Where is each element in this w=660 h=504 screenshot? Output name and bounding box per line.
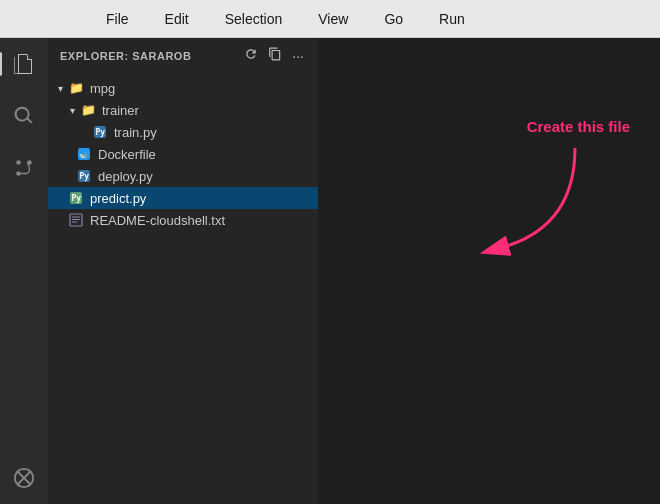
expand-arrow-trainer: ▾	[64, 105, 80, 116]
source-control-activity-icon[interactable]	[6, 150, 42, 186]
svg-text:Py: Py	[72, 194, 82, 203]
python-icon-predict: Py	[68, 190, 84, 206]
more-actions-icon[interactable]: ···	[290, 46, 306, 66]
explorer-activity-icon[interactable]	[6, 46, 42, 82]
annotation-arrow	[480, 138, 600, 268]
python-icon-train: Py	[92, 124, 108, 140]
tree-item-readme[interactable]: README-cloudshell.txt	[48, 209, 318, 231]
svg-point-2	[16, 160, 21, 165]
explorer-title: EXPLORER: SARAROB	[60, 50, 191, 62]
extensions-activity-icon[interactable]	[6, 460, 42, 496]
docker-icon-dockerfile: 🐋	[76, 146, 92, 162]
explorer-panel: EXPLORER: SARAROB ··· ▾	[48, 38, 318, 504]
file-name-readme: README-cloudshell.txt	[90, 213, 310, 228]
tree-item-trainer[interactable]: ▾ 📁 trainer	[48, 99, 318, 121]
folder-icon-trainer: 📁	[80, 102, 96, 118]
search-activity-icon[interactable]	[6, 98, 42, 134]
file-name-train-py: train.py	[114, 125, 310, 140]
copy-workspace-icon[interactable]	[266, 45, 284, 66]
file-name-deploy-py: deploy.py	[98, 169, 310, 184]
tree-item-predict-py[interactable]: Py predict.py	[48, 187, 318, 209]
svg-text:Py: Py	[96, 128, 106, 137]
main-area: EXPLORER: SARAROB ··· ▾	[0, 38, 660, 504]
explorer-actions: ···	[242, 45, 306, 66]
create-annotation-label: Create this file	[527, 118, 630, 135]
file-name-trainer: trainer	[102, 103, 310, 118]
svg-text:🐋: 🐋	[79, 150, 88, 159]
menu-edit[interactable]: Edit	[159, 7, 195, 31]
expand-arrow-mpg: ▾	[52, 83, 68, 94]
activity-bar	[0, 38, 48, 504]
menu-view[interactable]: View	[312, 7, 354, 31]
menu-run[interactable]: Run	[433, 7, 471, 31]
text-icon-readme	[68, 212, 84, 228]
explorer-header: EXPLORER: SARAROB ···	[48, 38, 318, 73]
annotation-area: Create this file	[318, 38, 660, 504]
refresh-icon[interactable]	[242, 45, 260, 66]
tree-item-mpg[interactable]: ▾ 📁 mpg	[48, 77, 318, 99]
menu-selection[interactable]: Selection	[219, 7, 289, 31]
file-name-dockerfile: Dockerfile	[98, 147, 310, 162]
menu-file[interactable]: File	[100, 7, 135, 31]
python-icon-deploy: Py	[76, 168, 92, 184]
menu-bar: File Edit Selection View Go Run	[0, 0, 660, 38]
svg-text:Py: Py	[80, 172, 90, 181]
svg-point-0	[16, 171, 21, 176]
file-tree: ▾ 📁 mpg ▾ 📁 trainer Py	[48, 73, 318, 504]
tree-item-dockerfile[interactable]: 🐋 Dockerfile	[48, 143, 318, 165]
folder-icon-mpg: 📁	[68, 80, 84, 96]
tree-item-deploy-py[interactable]: Py deploy.py	[48, 165, 318, 187]
file-name-predict-py: predict.py	[90, 191, 310, 206]
file-name-mpg: mpg	[90, 81, 310, 96]
tree-item-train-py[interactable]: Py train.py	[48, 121, 318, 143]
menu-go[interactable]: Go	[378, 7, 409, 31]
